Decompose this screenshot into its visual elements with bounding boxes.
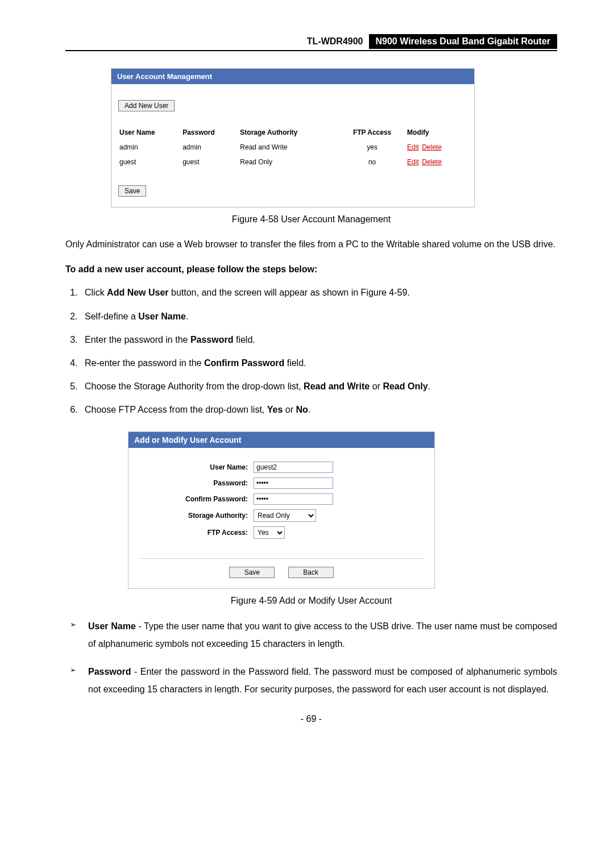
username-field[interactable] bbox=[254, 462, 333, 473]
list-item: Self-define a User Name. bbox=[80, 309, 557, 324]
table-row: admin admin Read and Write yes Edit Dele… bbox=[118, 140, 467, 155]
back-button[interactable]: Back bbox=[288, 567, 334, 578]
list-item: Choose the Storage Authority from the dr… bbox=[80, 379, 557, 394]
save-button[interactable]: Save bbox=[118, 185, 146, 197]
page-number: - 69 - bbox=[65, 714, 557, 724]
figure-58-caption: Figure 4-58 User Account Management bbox=[65, 214, 557, 225]
steps-heading: To add a new user account, please follow… bbox=[65, 264, 557, 275]
product-name: N900 Wireless Dual Band Gigabit Router bbox=[369, 34, 557, 49]
col-modify: Modify bbox=[406, 125, 467, 140]
user-accounts-table: User Name Password Storage Authority FTP… bbox=[118, 125, 467, 169]
table-row: guest guest Read Only no Edit Delete bbox=[118, 155, 467, 169]
cell-authority: Read and Write bbox=[239, 140, 338, 155]
cell-authority: Read Only bbox=[239, 155, 338, 169]
list-item: Click Add New User button, and the scree… bbox=[80, 285, 557, 300]
cell-ftp: no bbox=[338, 155, 406, 169]
col-username: User Name bbox=[118, 125, 181, 140]
list-item: Password - Enter the password in the Pas… bbox=[65, 663, 557, 698]
storage-authority-select[interactable]: Read Only bbox=[254, 509, 316, 522]
list-item: Re-enter the password in the Confirm Pas… bbox=[80, 355, 557, 371]
cell-username: guest bbox=[118, 155, 181, 169]
figure-59-screenshot: Add or Modify User Account User Name: Pa… bbox=[128, 431, 435, 589]
intro-paragraph: Only Administrator can use a Web browser… bbox=[65, 236, 557, 253]
cell-username: admin bbox=[118, 140, 181, 155]
list-item: Choose FTP Access from the drop-down lis… bbox=[80, 402, 557, 417]
edit-link[interactable]: Edit bbox=[407, 143, 419, 151]
label-password: Password: bbox=[140, 479, 254, 487]
edit-link[interactable]: Edit bbox=[407, 158, 419, 166]
document-header: TL-WDR4900N900 Wireless Dual Band Gigabi… bbox=[65, 34, 557, 51]
cell-password: guest bbox=[181, 155, 239, 169]
label-storage-authority: Storage Authority: bbox=[140, 512, 254, 520]
delete-link[interactable]: Delete bbox=[422, 143, 442, 151]
model-number: TL-WDR4900 bbox=[301, 34, 369, 49]
cell-ftp: yes bbox=[338, 140, 406, 155]
add-new-user-button[interactable]: Add New User bbox=[118, 100, 175, 111]
list-item: Enter the password in the Password field… bbox=[80, 332, 557, 347]
ftp-access-select[interactable]: Yes bbox=[254, 526, 285, 539]
label-username: User Name: bbox=[140, 463, 254, 471]
steps-list: Click Add New User button, and the scree… bbox=[65, 285, 557, 417]
label-ftp-access: FTP Access: bbox=[140, 529, 254, 537]
delete-link[interactable]: Delete bbox=[422, 158, 442, 166]
confirm-password-field[interactable] bbox=[254, 493, 333, 505]
panel-title: User Account Management bbox=[111, 69, 474, 84]
col-storage-authority: Storage Authority bbox=[239, 125, 338, 140]
list-item: User Name - Type the user name that you … bbox=[65, 617, 557, 653]
panel-title: Add or Modify User Account bbox=[128, 432, 434, 448]
figure-59-caption: Figure 4-59 Add or Modify User Account bbox=[65, 596, 557, 606]
bullet-list: User Name - Type the user name that you … bbox=[65, 617, 557, 699]
save-button[interactable]: Save bbox=[229, 567, 275, 578]
col-password: Password bbox=[181, 125, 239, 140]
col-ftp-access: FTP Access bbox=[338, 125, 406, 140]
label-confirm-password: Confirm Password: bbox=[140, 495, 254, 503]
cell-password: admin bbox=[181, 140, 239, 155]
password-field[interactable] bbox=[254, 477, 333, 489]
figure-58-screenshot: User Account Management Add New User Use… bbox=[111, 68, 475, 207]
